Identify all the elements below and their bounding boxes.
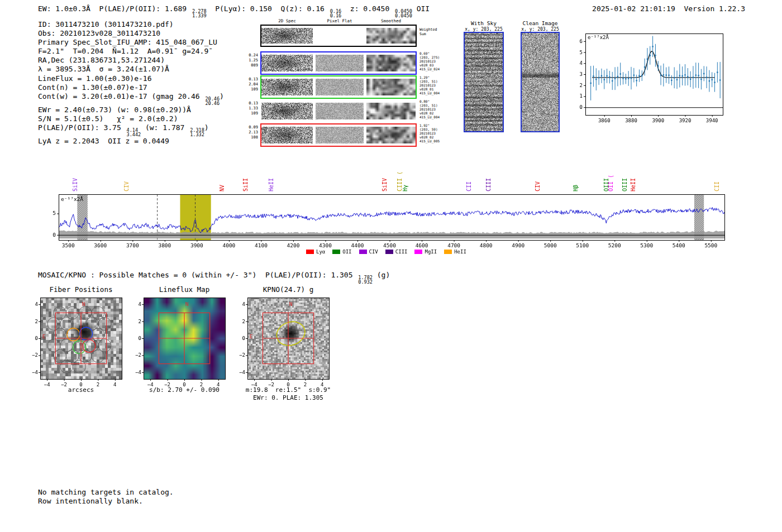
clean-image-coords: x, y: 203, 225 — [504, 27, 576, 32]
spec2d-rows — [260, 25, 419, 147]
spec2d-row-3 — [260, 99, 417, 123]
weighted-sum-line2: Sum — [419, 32, 437, 37]
spec2d-image — [261, 79, 313, 95]
kpno-image-plot — [234, 295, 332, 389]
spec2d-row-3-right-labels: 0.80" (203, 51) 20210123 v028_02 415_LU_… — [419, 99, 445, 119]
weighted-sum-label: Weighted Sum — [419, 28, 437, 36]
catalog-match-note: No matching targets in catalog. Row inte… — [38, 488, 174, 505]
info-line-10: S/N = 5.1(±0.5) χ² = 2.0(±0.2) — [38, 114, 224, 123]
kpno-xlabel2: EWr: 0. PLAE: 1.305 — [240, 394, 337, 401]
smoothed-image — [366, 103, 416, 119]
pixelflat-image — [316, 127, 364, 143]
clean-image-title: Clean Image — [504, 20, 576, 26]
info-line-1: Obs: 20210123v028_3011473210 — [38, 29, 224, 38]
spec2d-image — [261, 55, 313, 71]
spec2d-row-2-right-labels: 1.29" (203, 51) 20210123 v028_01 415_LU_… — [419, 75, 445, 95]
legend-label: HeII — [454, 249, 466, 255]
spec2d-col-header-2dspec: 2D Spec — [260, 18, 314, 23]
stacked-uncertainty: 4.143.442 — [127, 128, 141, 137]
info-line-8: Cont(w) = 3.20(±0.01)e-17 (gmag 20.46 20… — [38, 92, 224, 106]
header-summary-line: EW: 1.0±0.3Å P(LAE)/P(OII): 1.689 2.2781… — [38, 4, 430, 18]
detection-info-block: ID: 3011473210 (3011473210.pdf)Obs: 2021… — [38, 20, 224, 146]
footer-line-1: No matching targets in catalog. — [38, 488, 174, 497]
info-line-9: EWr = 2.40(±0.73) (w: 0.98(±0.29))Å — [38, 106, 224, 114]
spec2d-row-3-left-labels: 0.13 1.33 109 — [244, 101, 258, 116]
stacked-uncertainty: 1.7820.932 — [358, 275, 373, 284]
legend-label: Lyα — [316, 249, 325, 255]
spec2d-row-4-right-labels: 1.92" (203, 59) 20210123 v028_02 415_LU_… — [419, 123, 445, 143]
lineflux-map-xlabel: s/b: 2.70 +/- 0.090 — [136, 386, 233, 394]
spec2d-row-weighted — [260, 25, 417, 47]
info-line-11: P(LAE)/P(OII): 3.75 4.143.442 (w: 1.787 … — [38, 123, 224, 137]
stacked-uncertainty: 2.2781.339 — [192, 9, 207, 18]
info-line-2: Primary Spec_Slot_IFU_AMP: 415_048_067_L… — [38, 38, 224, 47]
smoothed-image — [366, 28, 416, 44]
stacked-uncertainty: 2.3181.332 — [190, 128, 204, 137]
info-line-4: RA,Dec (231.836731,53.271244) — [38, 56, 224, 65]
spec2d-row-2-left-labels: 0.13 2.04 109 — [244, 77, 258, 92]
header-version-timestamp: 2025-01-02 21:01:19 Version 1.22.3 — [592, 4, 745, 13]
footer-line-2: Row intentionally blank. — [38, 497, 174, 506]
spectrum-legend: LyαOIICIVCIIIMgIIHeII — [306, 249, 466, 255]
lineflux-map-plot — [130, 295, 228, 389]
smoothed-image — [366, 79, 416, 95]
elixer-detection-report: EW: 1.0±0.3Å P(LAE)/P(OII): 1.689 2.2781… — [0, 0, 782, 532]
legend-swatch — [414, 250, 422, 254]
legend-swatch — [359, 250, 367, 254]
line-fit-chart — [568, 26, 729, 135]
legend-item-CIII: CIII — [385, 249, 408, 255]
full-spectrum-chart — [31, 152, 740, 259]
legend-label: CIV — [369, 249, 378, 255]
lineflux-map-title: Lineflux Map — [136, 285, 233, 294]
info-line-3: F=2.1" T=0.204 N̄=1.12 A=0.91̄ g=24.9̄ — [38, 47, 224, 56]
info-line-5: λ = 3895.33Å σ = 3.24(±1.07)Å — [38, 65, 224, 74]
stacked-uncertainty: 0.160.16 — [330, 9, 341, 18]
fiber-positions-plot — [27, 295, 125, 389]
smoothed-image — [366, 55, 416, 71]
legend-swatch — [385, 250, 393, 254]
fiber-positions-title: Fiber Positions — [32, 285, 130, 294]
kpno-xlabel: m:19.8 re:1.5" s:0.9" — [240, 386, 337, 394]
spec2d-row-1 — [260, 51, 417, 75]
info-line-12: LyA z = 2.2043 OII z = 0.0449 — [38, 137, 224, 146]
legend-item-OII: OII — [332, 249, 351, 255]
spec2d-row-1-left-labels: 0.24 1.25 089 — [244, 53, 258, 68]
info-line-7: Cont(n) = 1.30(±0.07)e-17 — [38, 83, 224, 92]
legend-swatch — [332, 250, 340, 254]
spec2d-row-4-left-labels: 0.09 2.13 108 — [244, 125, 258, 140]
spec2d-row-4 — [260, 123, 417, 147]
legend-item-Lyα: Lyα — [306, 249, 325, 255]
legend-item-HeII: HeII — [444, 249, 466, 255]
panel-gap — [313, 26, 366, 46]
pixelflat-image — [316, 55, 364, 71]
legend-swatch — [444, 250, 452, 254]
pixelflat-image — [316, 103, 364, 119]
pixelflat-image — [316, 79, 364, 95]
spec2d-image — [261, 103, 313, 119]
legend-swatch — [306, 250, 314, 254]
kpno-title: KPNO(24.7) g — [240, 285, 337, 294]
info-line-6: LineFlux = 1.00(±0.30)e-16 — [38, 74, 224, 83]
spec2d-image — [261, 28, 313, 44]
legend-label: OII — [342, 249, 351, 255]
smoothed-image — [366, 127, 416, 143]
clean-image — [521, 32, 560, 132]
with-sky-image — [464, 32, 504, 132]
spec2d-image — [261, 127, 313, 143]
fiber-positions-xlabel: arcsecs — [32, 386, 130, 394]
stacked-uncertainty: 20.4620.46 — [205, 97, 220, 106]
legend-label: MgII — [425, 249, 437, 255]
spec2d-row-2 — [260, 75, 417, 99]
stacked-uncertainty: 0.04500.0450 — [395, 9, 412, 18]
legend-item-CIV: CIV — [359, 249, 378, 255]
spec2d-col-header-smoothed: Smoothed — [366, 18, 416, 23]
spec2d-row-1-right-labels: 0.69" (203, 275) 20210123 v028_03 415_LU… — [419, 51, 445, 71]
legend-label: CIII — [395, 249, 408, 255]
mosaic-header-line: MOSAIC/KPNO : Possible Matches = 0 (with… — [38, 271, 390, 284]
legend-item-MgII: MgII — [414, 249, 437, 255]
spec2d-col-header-pixelflat: Pixel Flat — [316, 18, 364, 23]
info-line-0: ID: 3011473210 (3011473210.pdf) — [38, 20, 224, 29]
